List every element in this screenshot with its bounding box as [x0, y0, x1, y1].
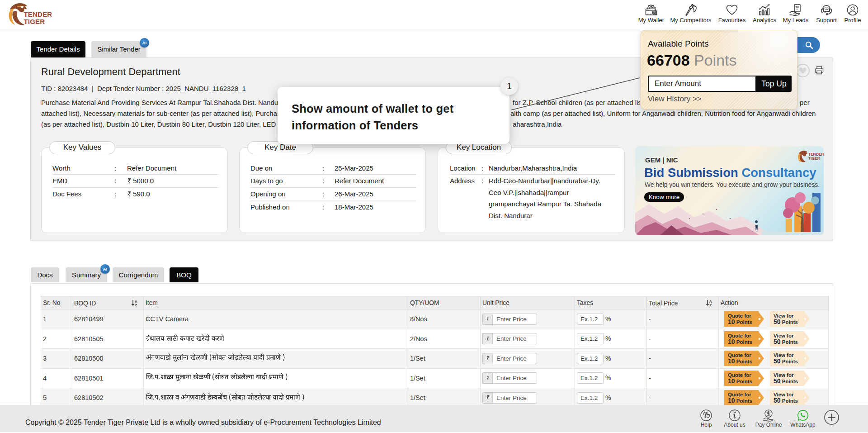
svg-text:Z: Z — [710, 303, 712, 307]
svg-text:TIGER: TIGER — [24, 18, 45, 25]
svg-text:TENDER: TENDER — [24, 10, 52, 18]
svg-text:We help you win tenders. You e: We help you win tenders. You execute and… — [645, 181, 820, 188]
svg-text:Bid Submission Consultancy: Bid Submission Consultancy — [644, 166, 816, 180]
svg-text:Know more: Know more — [649, 194, 679, 200]
svg-text:TIGER: TIGER — [808, 156, 820, 161]
svg-text:Z: Z — [135, 303, 137, 307]
svg-text:GEM | NIC: GEM | NIC — [645, 156, 678, 164]
